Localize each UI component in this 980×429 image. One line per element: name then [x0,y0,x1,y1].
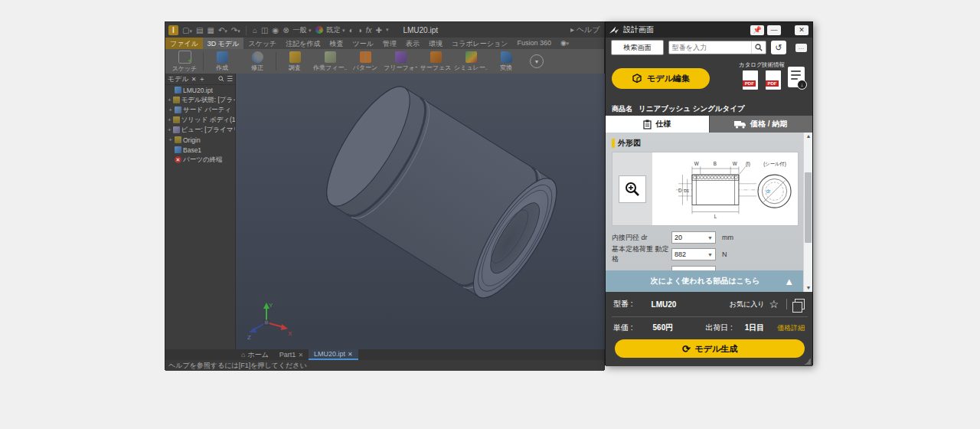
tab-home[interactable]: ⌂ホーム [236,349,274,360]
parameters-fx-icon[interactable]: fx [366,26,372,34]
undo-icon[interactable]: ↶▾ [218,26,227,34]
create-icon [217,51,228,63]
tab-environments[interactable]: 環境 [424,38,447,49]
ribbon-button-simulation[interactable]: シミュレー... [453,50,488,73]
close-icon[interactable]: ✕ [348,351,353,358]
close-icon[interactable]: ✕ [795,25,808,35]
catalog-pdf[interactable]: カタログ PDF [739,61,763,90]
tab-price-delivery[interactable]: 価格 / 納期 [709,116,813,133]
zoom-in-button[interactable] [619,175,646,203]
suggest-parts-bar[interactable]: 次によく使われる部品はこちら ▲ [606,270,805,292]
save-icon[interactable]: ▦ [207,26,214,34]
expand-icon[interactable]: + [168,116,172,123]
ribbon-button-pattern[interactable]: パターン [348,50,383,73]
clear-icon[interactable]: ◑ [358,26,362,34]
tab-fusion360[interactable]: Fusion 360 [512,38,556,49]
adjust-icon[interactable]: ◐ [349,26,354,34]
price-detail-link[interactable]: 価格詳細 [777,323,805,333]
tab-sketch[interactable]: スケッチ [243,38,281,49]
part-number-row: 型番 : LMU20 お気に入り ☆ [606,296,812,312]
feedback-chat-icon[interactable]: … [795,44,807,52]
tree-item-model-states[interactable]: + モデル状態: [プライマリ] [165,95,235,105]
view-face-icon[interactable]: ◫ [261,26,268,34]
tab-file[interactable]: ファイル [165,38,203,49]
ribbon-button-sketch[interactable]: + スケッチ [167,50,202,73]
pin-icon[interactable]: 📌 [750,25,764,35]
part-number-input[interactable] [669,44,751,51]
favorite-star-icon[interactable]: ☆ [769,298,779,310]
open-icon[interactable]: ▤ [196,26,203,34]
tree-item-view[interactable]: + ビュー: [プライマリ] [165,125,235,135]
ribbon-button-surface[interactable]: サーフェス [418,50,453,73]
load-rating-select[interactable]: 882▼ [671,248,716,260]
expand-up-icon[interactable]: ▲ [784,276,794,287]
tech-info-pdf[interactable]: 技術情報 PDF [762,61,785,90]
inventor-logo[interactable]: I [168,25,178,35]
new-file-icon[interactable]: ▢▾ [182,26,192,34]
help-menu[interactable]: ▸ ヘルプを [570,25,601,35]
spec-sheet-icon[interactable]: ↓ [788,67,805,87]
resize-grip[interactable] [805,359,811,365]
tree-item-end-of-part[interactable]: ✕ パーツの終端 [165,155,235,165]
unit-label: mm [722,234,733,241]
ribbon-button-inspect[interactable]: 調査 [277,50,312,73]
ribbon-button-work-features[interactable]: 作業フィー... [312,50,348,73]
inner-diameter-select[interactable]: 20▼ [671,231,716,244]
search-screen-button[interactable]: 検索画面 [611,40,664,55]
browser-menu-icon[interactable]: ☰ [227,75,233,83]
regenerate-icon: ⟳ [682,343,691,355]
minimize-icon[interactable]: — [767,25,781,35]
toolbar-separator: │ [244,26,249,34]
scroll-down-icon[interactable]: ▼ [804,284,812,292]
tab-collaborate[interactable]: コラボレーション [447,38,512,49]
tab-inspect[interactable]: 検査 [325,38,348,49]
browser-add-icon[interactable]: ＋ [198,74,205,84]
part-icon [175,87,181,93]
tab-3d-model[interactable]: 3D モデル [203,38,244,49]
tab-manage[interactable]: 管理 [378,38,401,49]
tree-item-solid-bodies[interactable]: + ソリッド ボディ(1) [165,115,235,125]
viewport-3d[interactable]: Y X Z [236,74,606,349]
tab-annotate[interactable]: 注記を作成 [281,38,325,49]
material-dropdown[interactable]: 一般 ▾ [293,25,312,35]
home-icon[interactable]: ⌂ [253,26,257,34]
tab-lmu20[interactable]: LMU20.ipt✕ [309,349,358,360]
ribbon-collapse-icon[interactable]: ▼ [530,54,544,68]
redo-icon[interactable]: ↷▾ [231,26,240,34]
ribbon-options-icon[interactable]: ◉▾ [556,38,573,49]
generate-model-button[interactable]: ⟳ モデル生成 [615,339,805,358]
tab-spec[interactable]: 仕様 [606,116,709,133]
expand-icon[interactable]: + [168,97,172,103]
tree-item-base1[interactable]: Base1 [165,145,235,155]
qat-more-icon[interactable]: ▾ [386,27,389,33]
ribbon-button-create[interactable]: 作成 [204,50,240,73]
browser-search-icon[interactable] [218,76,224,82]
svg-text:(シール付): (シール付) [763,161,786,167]
scroll-up-icon[interactable]: ▲ [804,133,812,140]
material-icon[interactable]: ⊗ [283,26,289,34]
browser-close-icon[interactable]: ✕ [191,76,197,83]
ribbon-button-modify[interactable]: 修正 [240,50,275,73]
tree-item-third-party[interactable]: + サード パーティ [165,105,235,115]
expand-icon[interactable]: + [168,136,173,143]
appearance-wheel-icon[interactable] [315,26,323,34]
expand-icon[interactable]: + [168,106,173,113]
appearance-dropdown[interactable]: 既定 ▾ [327,25,345,35]
ribbon-button-freeform[interactable]: フリーフォー... [383,50,418,73]
tab-part1[interactable]: Part1✕ [274,349,309,360]
tab-view[interactable]: 表示 [401,38,424,49]
content-scrollbar[interactable]: ▲ ▼ [803,133,812,292]
scrollbar-thumb[interactable] [805,172,812,243]
expand-icon[interactable]: + [168,126,172,133]
history-icon[interactable]: ↺ [771,41,786,54]
copy-icon[interactable] [795,299,805,309]
sketch-plane-icon[interactable]: ◉ [272,26,279,34]
tree-item-root[interactable]: LMU20.ipt [165,85,235,95]
ribbon-button-convert[interactable]: 変換 [488,50,524,73]
tree-item-origin[interactable]: + Origin [165,135,235,145]
search-icon[interactable] [751,41,766,54]
close-icon[interactable]: ✕ [298,352,303,359]
tab-tools[interactable]: ツール [348,38,378,49]
add-icon[interactable]: ✚ [376,26,382,34]
model-edit-button[interactable]: モデル編集 [612,68,710,89]
